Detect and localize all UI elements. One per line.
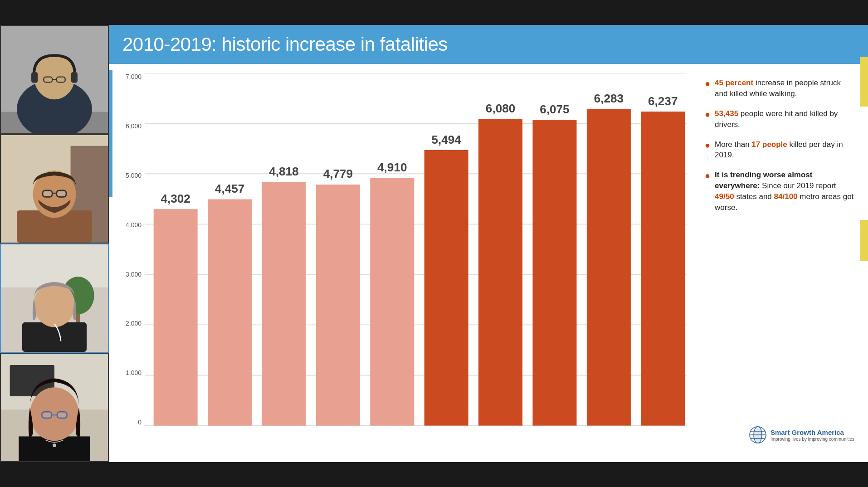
slide-header: 2010-2019: historic increase in fataliti… (109, 25, 868, 64)
svg-text:6,283: 6,283 (594, 93, 624, 105)
y-label-2000: 2,000 (126, 320, 141, 327)
stat-item-1: ● 45 percent increase in people struck a… (705, 78, 854, 99)
sga-org-name: Smart Growth America (770, 429, 854, 437)
stat-4-highlight-1: 49/50 (715, 192, 734, 201)
blue-accent (109, 70, 112, 197)
svg-rect-6 (71, 72, 78, 83)
svg-text:6,080: 6,080 (486, 102, 515, 115)
bar-2015 (424, 150, 468, 426)
stat-4-highlight-2: 84/100 (774, 192, 798, 201)
bar-2018 (587, 109, 631, 426)
stat-text-1: 45 percent increase in people struck and… (715, 78, 854, 99)
stat-text-3: More than 17 people killed per day in 20… (715, 139, 854, 161)
bar-2013 (316, 185, 360, 426)
bar-2016 (478, 119, 522, 426)
svg-rect-31 (42, 412, 52, 418)
sidebar (0, 25, 109, 462)
bullet-3: ● (705, 140, 710, 151)
participant-2 (1, 135, 108, 243)
camera-feed-1[interactable] (0, 25, 109, 134)
camera-feed-4[interactable] (0, 353, 109, 462)
svg-point-30 (30, 387, 79, 441)
bar-2010 (154, 209, 198, 426)
bottom-bar (0, 462, 868, 487)
svg-text:6,075: 6,075 (540, 103, 569, 116)
main-area: 2010-2019: historic increase in fataliti… (0, 25, 868, 462)
stats-area: ● 45 percent increase in people struck a… (696, 68, 859, 453)
participant-1 (1, 26, 108, 133)
svg-rect-32 (57, 412, 67, 418)
bullet-1: ● (705, 78, 710, 89)
stat-item-2: ● 53,435 people were hit and killed by d… (705, 108, 854, 130)
participant-4 (1, 354, 108, 461)
bar-2019 (641, 112, 685, 426)
stat-item-3: ● More than 17 people killed per day in … (705, 139, 854, 161)
slide-footer: Smart Growth America Improving lives by … (705, 417, 854, 444)
y-axis: 7,000 6,000 5,000 4,000 3,000 2,000 1,00… (118, 73, 145, 426)
stat-2-highlight: 53,435 (715, 109, 738, 118)
top-bar (0, 0, 868, 25)
sga-text-block: Smart Growth America Improving lives by … (770, 429, 854, 442)
y-label-1000: 1,000 (126, 369, 141, 376)
bullet-4: ● (705, 170, 710, 181)
stat-4-middle2: states and (736, 192, 774, 201)
chart-area: 7,000 6,000 5,000 4,000 3,000 2,000 1,00… (118, 68, 687, 453)
y-label-7000: 7,000 (126, 73, 141, 80)
svg-text:4,779: 4,779 (323, 168, 353, 180)
slide-title: 2010-2019: historic increase in fataliti… (122, 34, 448, 55)
chart-container: 7,000 6,000 5,000 4,000 3,000 2,000 1,00… (118, 73, 687, 448)
stat-text-4: It is trending worse almost everywhere: … (715, 170, 854, 213)
yellow-accent-top (860, 57, 868, 107)
bar-2017 (532, 120, 576, 426)
svg-text:4,302: 4,302 (161, 192, 190, 205)
camera-feed-2[interactable] (0, 134, 109, 244)
sga-logo: Smart Growth America Improving lives by … (749, 426, 854, 444)
y-label-5000: 5,000 (126, 172, 141, 179)
participant-3 (1, 244, 108, 352)
stat-4-middle: Since our 2019 report (762, 181, 836, 190)
svg-text:4,457: 4,457 (215, 183, 244, 195)
bullet-2: ● (705, 109, 710, 120)
y-label-4000: 4,000 (126, 221, 141, 229)
bar-2012 (262, 182, 306, 426)
chart-svg: 4,302 4,457 4,818 4,779 (145, 73, 687, 426)
yellow-accent-bottom (860, 220, 868, 261)
y-label-3000: 3,000 (126, 271, 141, 278)
stat-text-2: 53,435 people were hit and killed by dri… (715, 108, 854, 130)
stat-item-4: ● It is trending worse almost everywhere… (705, 170, 854, 213)
y-label-0: 0 (138, 419, 141, 426)
bar-2014 (370, 178, 414, 426)
sga-globe-icon (749, 426, 767, 444)
stat-1-highlight: 45 percent (715, 78, 753, 87)
slide-content: 7,000 6,000 5,000 4,000 3,000 2,000 1,00… (109, 64, 868, 462)
camera-feed-3[interactable] (0, 244, 109, 353)
svg-text:4,818: 4,818 (269, 166, 298, 178)
sga-subtext: Improving lives by improving communities (770, 437, 854, 442)
svg-rect-16 (57, 190, 66, 197)
svg-text:6,237: 6,237 (648, 95, 678, 107)
svg-rect-15 (43, 190, 52, 197)
slide-area: 2010-2019: historic increase in fataliti… (109, 25, 868, 462)
svg-point-34 (53, 443, 56, 447)
stat-3-highlight: 17 people (751, 140, 787, 149)
svg-text:4,910: 4,910 (377, 161, 407, 174)
svg-rect-5 (31, 72, 38, 83)
svg-text:5,494: 5,494 (431, 133, 461, 146)
stat-3-prefix: More than (715, 140, 751, 149)
y-label-6000: 6,000 (126, 122, 141, 130)
bar-2011 (208, 200, 252, 426)
